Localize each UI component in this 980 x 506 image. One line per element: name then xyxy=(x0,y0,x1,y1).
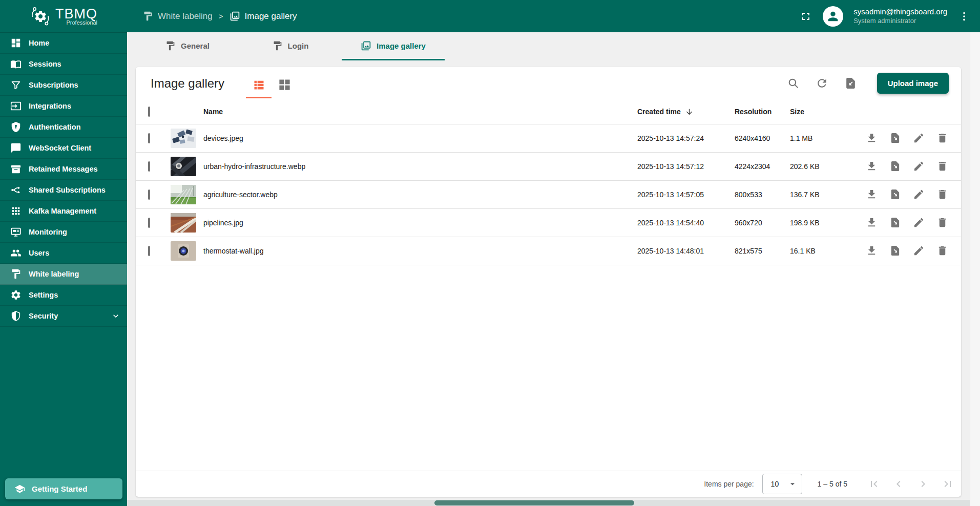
sidebar-item-users[interactable]: Users xyxy=(0,243,127,264)
grid-view-toggle[interactable] xyxy=(272,73,297,98)
column-header-resolution[interactable]: Resolution xyxy=(735,108,790,116)
logo-subtitle: Professional xyxy=(66,19,97,26)
export-file-icon[interactable] xyxy=(889,217,902,229)
sidebar-item-label: WebSocket Client xyxy=(29,144,91,152)
cell-resolution: 960x720 xyxy=(735,219,790,227)
row-checkbox[interactable] xyxy=(148,218,150,228)
sidebar-item-subscriptions[interactable]: Subscriptions xyxy=(0,75,127,96)
items-per-page-select[interactable]: 10 xyxy=(762,474,802,494)
edit-icon[interactable] xyxy=(913,160,925,173)
column-header-size[interactable]: Size xyxy=(790,108,862,116)
apps-grid-icon xyxy=(10,205,22,217)
edit-icon[interactable] xyxy=(913,188,925,201)
row-checkbox[interactable] xyxy=(148,246,150,256)
row-checkbox[interactable] xyxy=(148,133,150,143)
breadcrumb-item-image-gallery[interactable]: Image gallery xyxy=(230,11,297,22)
delete-icon[interactable] xyxy=(936,217,949,229)
chevron-down-icon xyxy=(111,311,121,321)
paint-roller-icon xyxy=(10,268,22,280)
sidebar-item-shared-subscriptions[interactable]: Shared Subscriptions xyxy=(0,180,127,201)
export-file-icon[interactable] xyxy=(889,132,902,144)
school-icon xyxy=(14,483,25,494)
tab-image-gallery[interactable]: Image gallery xyxy=(342,32,445,60)
last-page-icon[interactable] xyxy=(942,478,954,490)
avatar[interactable] xyxy=(823,6,843,27)
tab-general[interactable]: General xyxy=(136,32,239,60)
cell-size: 202.6 KB xyxy=(790,162,862,171)
fullscreen-icon[interactable] xyxy=(799,10,812,23)
paint-roller-icon xyxy=(142,11,153,22)
input-icon xyxy=(10,100,22,112)
breadcrumb-item-white-labeling[interactable]: White labeling xyxy=(142,11,213,22)
sidebar-item-integrations[interactable]: Integrations xyxy=(0,96,127,117)
select-all-checkbox[interactable] xyxy=(148,107,150,117)
sidebar-item-security[interactable]: Security xyxy=(0,306,127,327)
sidebar-item-sessions[interactable]: Sessions xyxy=(0,54,127,75)
download-icon[interactable] xyxy=(866,132,878,144)
delete-icon[interactable] xyxy=(936,160,949,173)
table-row[interactable]: urban-hydro-infrastructure.webp 2025-10-… xyxy=(136,153,961,181)
download-icon[interactable] xyxy=(866,245,878,257)
edit-icon[interactable] xyxy=(913,217,925,229)
sidebar-item-settings[interactable]: Settings xyxy=(0,285,127,306)
first-page-icon[interactable] xyxy=(868,478,880,490)
download-icon[interactable] xyxy=(866,188,878,201)
more-vert-icon[interactable] xyxy=(957,10,971,23)
table-row[interactable]: devices.jpeg 2025-10-13 14:57:24 6240x41… xyxy=(136,124,961,153)
table-row[interactable]: thermostat-wall.jpg 2025-10-13 14:48:01 … xyxy=(136,237,961,265)
getting-started-button[interactable]: Getting Started xyxy=(5,478,122,499)
next-page-icon[interactable] xyxy=(917,478,929,490)
import-file-icon[interactable] xyxy=(844,77,858,90)
row-actions xyxy=(862,188,949,201)
tab-label: General xyxy=(181,41,210,50)
row-checkbox[interactable] xyxy=(148,161,150,172)
tbmq-gear-logo-icon xyxy=(30,6,51,27)
table-row[interactable]: pipelines.jpg 2025-10-13 14:54:40 960x72… xyxy=(136,209,961,237)
app-logo[interactable]: TBMQ Professional xyxy=(0,0,127,32)
row-checkbox[interactable] xyxy=(148,189,150,200)
horizontal-scrollbar-thumb[interactable] xyxy=(434,500,634,505)
sidebar-item-label: Retained Messages xyxy=(29,165,98,173)
export-file-icon[interactable] xyxy=(889,160,902,173)
edit-icon[interactable] xyxy=(913,132,925,144)
user-info[interactable]: sysadmin@thingsboard.org System administ… xyxy=(853,7,947,25)
sidebar-item-label: Sessions xyxy=(29,60,61,68)
refresh-icon[interactable] xyxy=(816,77,829,90)
table-row[interactable]: agriculture-sector.webp 2025-10-13 14:57… xyxy=(136,181,961,209)
sidebar-item-retained-messages[interactable]: Retained Messages xyxy=(0,159,127,180)
tab-login[interactable]: Login xyxy=(239,32,342,60)
cell-name: pipelines.jpg xyxy=(203,219,637,227)
image-thumbnail xyxy=(171,213,196,233)
sidebar-item-kafka-management[interactable]: Kafka Management xyxy=(0,201,127,222)
sidebar-item-websocket-client[interactable]: WebSocket Client xyxy=(0,138,127,159)
column-header-name[interactable]: Name xyxy=(203,108,637,116)
cell-resolution: 800x533 xyxy=(735,191,790,199)
export-file-icon[interactable] xyxy=(889,188,902,201)
sidebar-item-label: Integrations xyxy=(29,102,71,110)
search-icon[interactable] xyxy=(787,77,800,90)
sidebar: Home Sessions Subscriptions Integrations… xyxy=(0,32,127,506)
column-header-created-time[interactable]: Created time xyxy=(637,108,735,116)
paint-roller-icon xyxy=(165,40,176,51)
delete-icon[interactable] xyxy=(936,188,949,201)
upload-image-button[interactable]: Upload image xyxy=(877,73,949,94)
cell-name: thermostat-wall.jpg xyxy=(203,247,637,255)
export-file-icon[interactable] xyxy=(889,245,902,257)
list-view-toggle[interactable] xyxy=(246,73,272,98)
sidebar-item-label: Security xyxy=(29,312,58,320)
delete-icon[interactable] xyxy=(936,132,949,144)
sidebar-item-monitoring[interactable]: Monitoring xyxy=(0,222,127,243)
download-icon[interactable] xyxy=(866,160,878,173)
download-icon[interactable] xyxy=(866,217,878,229)
prev-page-icon[interactable] xyxy=(892,478,905,490)
sidebar-item-authentication[interactable]: Authentication xyxy=(0,117,127,138)
edit-icon[interactable] xyxy=(913,245,925,257)
horizontal-scrollbar xyxy=(127,500,970,506)
delete-icon[interactable] xyxy=(936,245,949,257)
sidebar-item-home[interactable]: Home xyxy=(0,33,127,54)
cell-name: devices.jpeg xyxy=(203,134,637,142)
tab-label: Login xyxy=(288,41,309,50)
vertical-scrollbar[interactable] xyxy=(970,32,980,506)
sidebar-item-white-labeling[interactable]: White labeling xyxy=(0,264,127,285)
breadcrumb-separator: > xyxy=(219,12,223,20)
